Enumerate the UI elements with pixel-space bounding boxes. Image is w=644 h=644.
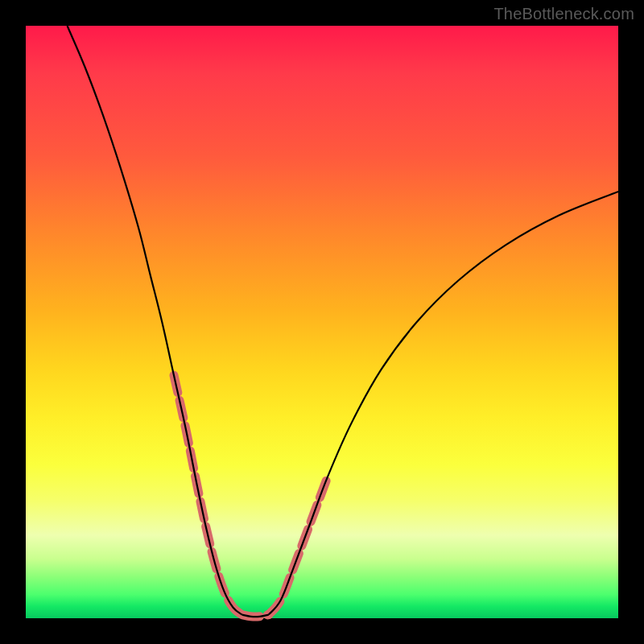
chart-svg — [26, 26, 618, 618]
curve-right — [269, 192, 618, 615]
curve-left — [68, 26, 242, 615]
highlight-left — [174, 375, 242, 614]
highlight-layer — [174, 375, 328, 617]
watermark-text: TheBottleneck.com — [493, 5, 634, 23]
plot-area — [26, 26, 618, 618]
curve-layer — [68, 26, 618, 617]
outer-frame: TheBottleneck.com — [0, 0, 644, 644]
